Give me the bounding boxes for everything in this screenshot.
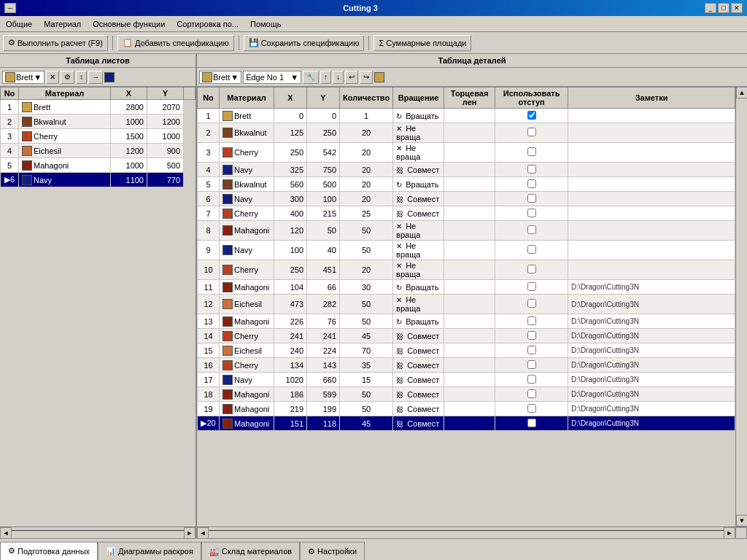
left-sort[interactable]: ↕: [76, 71, 87, 84]
left-scroll-right[interactable]: ►: [184, 527, 196, 539]
right-scroll-track[interactable]: [209, 530, 724, 536]
sheet-row[interactable]: 1 Brett 2800 2070: [1, 100, 196, 114]
indent-checkbox[interactable]: [527, 147, 536, 156]
detail-indent[interactable]: [495, 192, 568, 206]
detail-indent[interactable]: [495, 206, 568, 221]
sheet-row[interactable]: 4 Eichesil 1200 900: [1, 144, 196, 158]
indent-checkbox[interactable]: [527, 245, 536, 254]
detail-row[interactable]: 19 Mahagoni 219 199 50 ⛓ Совмест D:\Drag…: [198, 402, 735, 416]
indent-checkbox[interactable]: [527, 179, 536, 188]
right-color-btn[interactable]: [374, 72, 384, 82]
detail-indent[interactable]: [495, 343, 568, 358]
detail-indent[interactable]: [495, 163, 568, 177]
detail-row[interactable]: 12 Eichesil 473 282 50 ✕ Не враща D:\Dra…: [198, 295, 735, 314]
indent-checkbox[interactable]: [527, 265, 536, 273]
minimize-button[interactable]: _: [705, 3, 716, 13]
menu-basic-functions[interactable]: Основные функции: [90, 18, 168, 30]
edge-dropdown[interactable]: Edge No 1 ▼: [243, 71, 301, 84]
sheet-row[interactable]: 5 Mahagoni 1000 500: [1, 158, 196, 173]
detail-indent[interactable]: [495, 373, 568, 387]
tab-settings[interactable]: ⚙ Настройки: [300, 542, 365, 561]
menu-sort[interactable]: Сортировка по...: [174, 18, 241, 30]
detail-indent[interactable]: [495, 402, 568, 416]
indent-checkbox[interactable]: [527, 299, 536, 308]
indent-checkbox[interactable]: [527, 111, 536, 120]
indent-checkbox[interactable]: [527, 346, 536, 354]
detail-indent[interactable]: [495, 221, 568, 241]
sheet-row[interactable]: 3 Cherry 1500 1000: [1, 129, 196, 144]
detail-indent[interactable]: [495, 177, 568, 192]
detail-row[interactable]: 2 Bkwalnut 125 250 20 ✕ Не враща: [198, 123, 735, 143]
detail-indent[interactable]: [495, 329, 568, 343]
detail-indent[interactable]: [495, 123, 568, 143]
right-tool-3[interactable]: ↪: [360, 71, 373, 84]
indent-checkbox[interactable]: [527, 375, 536, 384]
detail-indent[interactable]: [495, 280, 568, 295]
left-scroll-track[interactable]: [12, 530, 184, 536]
indent-checkbox[interactable]: [527, 360, 536, 369]
indent-checkbox[interactable]: [527, 316, 536, 325]
system-menu-button[interactable]: ─: [4, 3, 16, 13]
detail-row[interactable]: 16 Cherry 134 143 35 ⛓ Совмест D:\Dragon…: [198, 358, 735, 373]
detail-row[interactable]: 18 Mahagoni 186 599 50 ⛓ Совмест D:\Drag…: [198, 387, 735, 402]
detail-row[interactable]: 6 Navy 300 100 20 ⛓ Совмест: [198, 192, 735, 206]
tab-diagrams[interactable]: 📊 Диаграммы раскроя: [98, 542, 201, 561]
indent-checkbox[interactable]: [527, 128, 536, 136]
indent-checkbox[interactable]: [527, 194, 536, 203]
indent-checkbox[interactable]: [527, 331, 536, 340]
tab-data-prep[interactable]: ⚙ Подготовка данных: [0, 542, 98, 561]
detail-indent[interactable]: [495, 260, 568, 280]
calculate-button[interactable]: ⚙ Выполнить расчет (F9): [3, 35, 108, 51]
right-sort-asc[interactable]: ↑: [320, 71, 331, 84]
detail-indent[interactable]: [495, 241, 568, 260]
save-spec-button[interactable]: 💾 Сохранить спецификацию: [244, 35, 365, 51]
indent-checkbox[interactable]: [527, 419, 536, 427]
detail-indent[interactable]: [495, 314, 568, 329]
right-scroll-left[interactable]: ◄: [197, 527, 209, 539]
detail-row[interactable]: 3 Cherry 250 542 20 ✕ Не враща: [198, 143, 735, 163]
tab-warehouse[interactable]: 🏭 Склад материалов: [201, 542, 300, 561]
scroll-down[interactable]: ▼: [736, 515, 747, 526]
right-sort-desc[interactable]: ↓: [333, 71, 344, 84]
right-hscroll[interactable]: ◄ ►: [197, 526, 747, 538]
detail-row[interactable]: 1 Brett 0 0 1 ↻ Вращать: [198, 109, 735, 123]
detail-row[interactable]: 10 Cherry 250 451 20 ✕ Не враща: [198, 260, 735, 280]
indent-checkbox[interactable]: [527, 404, 536, 413]
left-color-btn[interactable]: [104, 72, 115, 82]
detail-indent[interactable]: [495, 358, 568, 373]
maximize-button[interactable]: □: [718, 3, 729, 13]
left-tool-1[interactable]: ✕: [46, 71, 59, 84]
close-button[interactable]: ✕: [731, 3, 743, 13]
detail-indent[interactable]: [495, 295, 568, 314]
detail-indent[interactable]: [495, 387, 568, 402]
left-material-dropdown[interactable]: Brett ▼: [2, 71, 44, 84]
indent-checkbox[interactable]: [527, 209, 536, 217]
scroll-up[interactable]: ▲: [736, 87, 747, 98]
sheet-row[interactable]: 2 Bkwalnut 1000 1200: [1, 114, 196, 129]
left-nav[interactable]: →: [88, 71, 103, 84]
left-scroll-left[interactable]: ◄: [0, 527, 12, 539]
right-vscroll[interactable]: ▲ ▼: [735, 87, 747, 526]
indent-checkbox[interactable]: [527, 165, 536, 174]
detail-row[interactable]: 13 Mahagoni 226 76 50 ↻ Вращать D:\Drago…: [198, 314, 735, 329]
right-scroll-right[interactable]: ►: [724, 527, 735, 539]
indent-checkbox[interactable]: [527, 225, 536, 234]
menu-material[interactable]: Материал: [41, 18, 84, 30]
detail-indent[interactable]: [495, 109, 568, 123]
detail-row[interactable]: 8 Mahagoni 120 50 50 ✕ Не враща: [198, 221, 735, 241]
scroll-track[interactable]: [736, 98, 747, 515]
detail-row[interactable]: 15 Eichesil 240 224 70 ⛓ Совмест D:\Drag…: [198, 343, 735, 358]
right-tool-1[interactable]: 🔧: [303, 71, 319, 84]
left-hscroll[interactable]: ◄ ►: [0, 526, 196, 538]
right-tool-2[interactable]: ↩: [345, 71, 358, 84]
right-material-dropdown[interactable]: Brett ▼: [199, 71, 241, 84]
menu-help[interactable]: Помощь: [247, 18, 285, 30]
detail-row[interactable]: 5 Bkwalnut 560 500 20 ↻ Вращать: [198, 177, 735, 192]
indent-checkbox[interactable]: [527, 389, 536, 398]
detail-row[interactable]: 9 Navy 100 40 50 ✕ Не враща: [198, 241, 735, 260]
left-tool-2[interactable]: ⚙: [61, 71, 74, 84]
detail-row[interactable]: ▶20 Mahagoni 151 118 45 ⛓ Совмест D:\Dra…: [198, 416, 735, 431]
sheet-row[interactable]: ▶6 Navy 1100 770: [1, 173, 196, 187]
detail-row[interactable]: 17 Navy 1020 660 15 ⛓ Совмест D:\Dragon\…: [198, 373, 735, 387]
detail-indent[interactable]: [495, 416, 568, 431]
